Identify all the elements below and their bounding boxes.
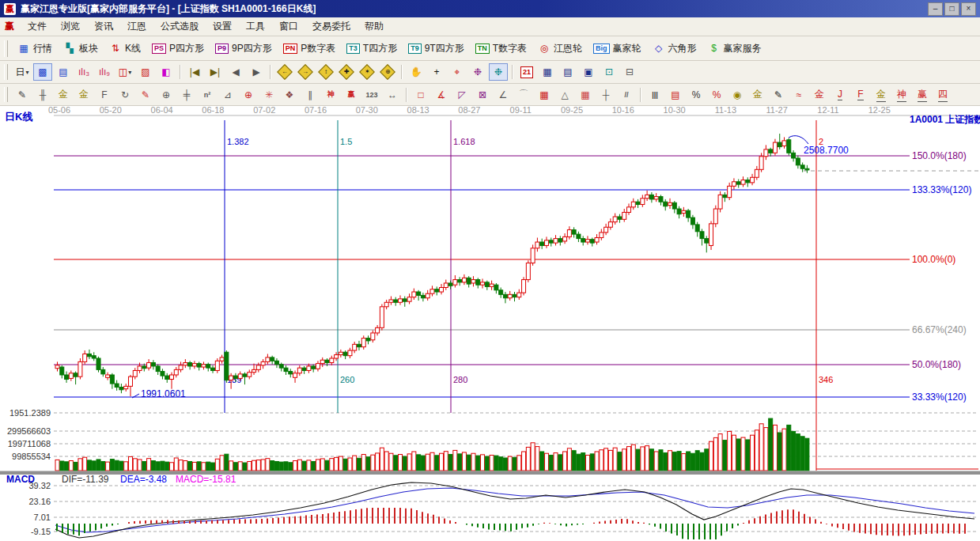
gann-diamond-cross-button[interactable]: ✚ xyxy=(337,63,356,81)
mirror-angle-button[interactable]: ⊿ xyxy=(218,86,237,104)
gold-red-button[interactable]: 金 xyxy=(810,86,829,104)
kline-chart-canvas[interactable]: 日K线05-0605-2006-0406-1807-0207-1607-3008… xyxy=(0,106,980,541)
red-grid2-button[interactable]: ▦ xyxy=(576,86,595,104)
gann-target-button[interactable]: ⊕ xyxy=(239,86,258,104)
ruler-123-button[interactable]: 123 xyxy=(362,86,381,104)
winner-service-button[interactable]: $赢家服务 xyxy=(702,40,767,57)
p-number-table-button[interactable]: PNP数字表 xyxy=(278,40,342,57)
shen-tool-button[interactable]: 神 xyxy=(321,86,340,104)
zone-frame-button[interactable]: ▩ xyxy=(33,63,52,81)
hash-tool-button[interactable]: ╪ xyxy=(177,86,196,104)
spider-web-button[interactable]: ✳ xyxy=(259,86,278,104)
toolbar-grip[interactable] xyxy=(4,64,8,80)
menu-settings[interactable]: 设置 xyxy=(206,17,239,36)
gann-diamond-right-button[interactable]: → xyxy=(296,63,315,81)
axes-grid-button[interactable]: ┼ xyxy=(596,86,615,104)
time-marks-button[interactable]: ∥ xyxy=(301,86,320,104)
winner-wheel-button[interactable]: Big赢家轮 xyxy=(588,40,647,57)
menu-formula-select[interactable]: 公式选股 xyxy=(153,17,206,36)
menu-trade[interactable]: 交易委托 xyxy=(305,17,358,36)
quotes-button[interactable]: ▦行情 xyxy=(12,40,58,57)
menu-window[interactable]: 窗口 xyxy=(272,17,305,36)
red-pattern-button[interactable]: ▨ xyxy=(136,63,155,81)
t-square-button[interactable]: T3T四方形 xyxy=(341,40,403,57)
spiral-tool-button[interactable]: ↻ xyxy=(115,86,134,104)
kline-button[interactable]: ⇅K线 xyxy=(104,40,146,57)
nav-last-button[interactable]: ▶| xyxy=(206,63,225,81)
box-select-button[interactable]: □ xyxy=(411,86,430,104)
gann-hatch-button[interactable]: ╫ xyxy=(33,86,52,104)
four-angle-button[interactable]: 四 xyxy=(933,86,952,104)
golden-gate1-button[interactable]: 金 xyxy=(54,86,73,104)
nav-prev-button[interactable]: ◀ xyxy=(226,63,245,81)
calculator-button[interactable]: ▦ xyxy=(538,63,557,81)
info-panel-button[interactable]: ▤ xyxy=(54,63,73,81)
toolbar-grip[interactable] xyxy=(4,87,8,102)
gann-diamond-left-button[interactable]: ← xyxy=(275,63,294,81)
ying-angle-button[interactable]: 赢 xyxy=(913,86,932,104)
web-tool-purple-button[interactable]: ❉ xyxy=(468,63,487,81)
hexagon-button[interactable]: ◇六角形 xyxy=(647,40,702,57)
bars-3-button[interactable]: ılı₃ xyxy=(74,63,93,81)
gann-wheel-button[interactable]: ◎江恩轮 xyxy=(532,40,588,57)
gann-diamond-star-button[interactable]: ✶ xyxy=(358,63,376,81)
marker-pen-button[interactable]: ✎ xyxy=(136,86,155,104)
price-bars-button[interactable]: ||| xyxy=(645,86,664,104)
golden-gate2-button[interactable]: 金 xyxy=(74,86,93,104)
red-grid-button[interactable]: ▦ xyxy=(535,86,554,104)
menu-news[interactable]: 资讯 xyxy=(87,17,120,36)
web-tool-teal-button[interactable]: ❉ xyxy=(489,63,508,81)
web-box-button[interactable]: ❖ xyxy=(280,86,299,104)
t-number-table-button[interactable]: TNT数字表 xyxy=(470,40,532,57)
n-squared-button[interactable]: n² xyxy=(198,86,217,104)
nav-first-button[interactable]: |◀ xyxy=(185,63,204,81)
gann-diamond-vertical-button[interactable]: ↕ xyxy=(316,63,335,81)
print-button[interactable]: ⊟ xyxy=(620,63,639,81)
angle-line-button[interactable]: ∠ xyxy=(494,86,513,104)
box-diagonal-button[interactable]: ⊠ xyxy=(473,86,492,104)
gold-angle-button[interactable]: 金 xyxy=(872,86,891,104)
save-button[interactable]: ▣ xyxy=(579,63,598,81)
hand-pan-button[interactable]: ✋ xyxy=(407,63,426,81)
ying-tool-button[interactable]: 赢 xyxy=(342,86,361,104)
crosshair-button[interactable]: + xyxy=(427,63,446,81)
percent-line-button[interactable]: % xyxy=(707,86,726,104)
9p-square-button[interactable]: P99P四方形 xyxy=(210,40,278,57)
menu-help[interactable]: 帮助 xyxy=(358,17,391,36)
gold-circle-button[interactable]: ◉ xyxy=(728,86,747,104)
9t-square-button[interactable]: T99T四方形 xyxy=(403,40,470,57)
menu-tools[interactable]: 工具 xyxy=(239,17,272,36)
remote-data-button[interactable]: ⊡ xyxy=(600,63,619,81)
period-day-dropdown[interactable]: 日▾ xyxy=(13,63,32,81)
parallel-lines-button[interactable]: // xyxy=(617,86,636,104)
toolbar-grip[interactable] xyxy=(4,40,8,57)
circle-grid-button[interactable]: ⊕ xyxy=(157,86,176,104)
menu-file[interactable]: 文件 xyxy=(21,17,54,36)
f-angle-button[interactable]: F xyxy=(851,86,870,104)
candle-style-dropdown[interactable]: ◫▾ xyxy=(115,63,134,81)
anchor-pointer-button[interactable]: ⌖ xyxy=(448,63,467,81)
menu-gann[interactable]: 江恩 xyxy=(120,17,153,36)
fan-box-button[interactable]: ◸ xyxy=(452,86,471,104)
percent-button[interactable]: % xyxy=(687,86,706,104)
maximize-button[interactable]: □ xyxy=(944,2,959,16)
nav-next-button[interactable]: ▶ xyxy=(247,63,266,81)
p-square-button[interactable]: PSP四方形 xyxy=(146,40,210,57)
ink-pen-button[interactable]: ✎ xyxy=(769,86,788,104)
width-arrows-button[interactable]: ↔ xyxy=(383,86,402,104)
minimize-button[interactable]: – xyxy=(928,2,943,16)
sectors-button[interactable]: ▚板块 xyxy=(58,40,104,57)
shen-angle-button[interactable]: 神 xyxy=(892,86,911,104)
menu-browse[interactable]: 浏览 xyxy=(54,17,87,36)
gann-fan-button[interactable]: ∡ xyxy=(432,86,451,104)
bars-9-button[interactable]: ılı₉ xyxy=(95,63,114,81)
color-histogram-button[interactable]: ◧ xyxy=(157,63,176,81)
notes-button[interactable]: ▤ xyxy=(558,63,577,81)
calendar-button[interactable]: 21 xyxy=(517,63,536,81)
j-angle-button[interactable]: J xyxy=(831,86,849,104)
gann-diamond-all-button[interactable]: ⊕ xyxy=(378,63,397,81)
pen-tool-button[interactable]: ✎ xyxy=(13,86,32,104)
percent-chart-button[interactable]: ▤ xyxy=(666,86,685,104)
triangle-tool-button[interactable]: △ xyxy=(555,86,574,104)
f-grid-button[interactable]: F xyxy=(95,86,114,104)
